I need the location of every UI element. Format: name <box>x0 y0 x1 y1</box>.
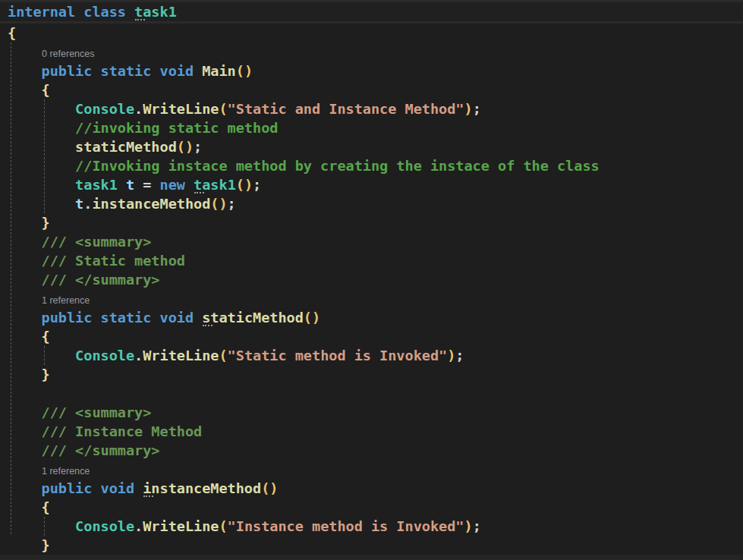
code-line[interactable]: } <box>0 213 743 232</box>
codelens-line[interactable]: 0 references <box>0 42 743 61</box>
code-token-text <box>8 329 42 344</box>
indent-guide-main-body <box>44 99 45 213</box>
codelens-line[interactable]: 1 reference <box>0 289 743 308</box>
code-line[interactable]: Console.WriteLine("Instance method is In… <box>0 517 743 536</box>
code-token-brace: { <box>42 499 50 515</box>
code-token-text <box>8 177 75 193</box>
code-line[interactable]: /// <summary> <box>0 232 743 251</box>
code-token-text <box>8 537 42 553</box>
code-token-brace: } <box>42 537 50 553</box>
code-token-method: staticMethod <box>75 139 177 155</box>
codelens-line[interactable]: 1 reference <box>0 460 743 479</box>
code-line[interactable]: //Invoking instace method by creating th… <box>0 156 743 175</box>
code-token-text <box>118 177 126 193</box>
code-token-doc-comment: /// <summary> <box>42 404 152 420</box>
code-line[interactable]: Console.WriteLine("Static method is Invo… <box>0 346 743 365</box>
codelens-references[interactable]: 0 references <box>42 49 94 59</box>
code-token-type: Console <box>75 518 134 534</box>
code-line[interactable]: /// </summary> <box>0 441 743 460</box>
code-token-keyword: public static void <box>42 63 203 79</box>
code-token-paren: ( <box>219 101 227 117</box>
code-token-brace: } <box>42 215 50 231</box>
code-token-text <box>8 367 42 382</box>
code-line[interactable]: } <box>0 536 743 555</box>
code-token-text <box>8 158 75 174</box>
code-token-paren: ) <box>464 518 472 534</box>
code-token-text <box>8 215 42 231</box>
code-token-text <box>8 404 42 420</box>
code-line[interactable]: t.instanceMethod(); <box>0 194 743 213</box>
code-token-text <box>8 101 75 117</box>
code-token-text <box>8 82 42 98</box>
code-line[interactable]: Console.WriteLine("Static and Instance M… <box>0 99 743 118</box>
code-token-punctuation: = <box>134 177 159 193</box>
code-line[interactable]: { <box>0 24 743 42</box>
code-token-doc-comment: /// </summary> <box>42 442 160 458</box>
code-token-method: WriteLine <box>143 518 219 534</box>
code-line[interactable]: public void instanceMethod() <box>0 479 743 498</box>
codelens-references[interactable]: 1 reference <box>42 295 90 306</box>
code-token-variable: t <box>126 177 134 193</box>
code-line[interactable]: { <box>0 498 743 517</box>
code-token-doc-comment: /// Instance Method <box>42 423 203 439</box>
code-token-doc-comment: /// </summary> <box>42 272 160 288</box>
code-line[interactable]: staticMethod(); <box>0 137 743 156</box>
code-token-paren: () <box>261 480 278 496</box>
code-token-keyword: internal class <box>8 4 134 20</box>
code-token-text <box>8 63 42 79</box>
code-token-method: WriteLine <box>143 101 219 117</box>
code-token-string: "Static method is Invoked" <box>228 348 448 363</box>
code-token-punctuation: . <box>134 518 143 534</box>
code-token-variable: t <box>75 196 83 212</box>
codelens-references[interactable]: 1 reference <box>42 466 90 477</box>
code-token-punctuation: ; <box>194 139 202 155</box>
code-token-string: "Instance method is Invoked" <box>228 518 464 534</box>
code-token-comment: //invoking static method <box>75 120 278 136</box>
sticky-scroll-line[interactable]: internal class task1 <box>0 2 743 24</box>
code-token-punctuation: ; <box>253 177 261 193</box>
code-token-paren: ) <box>447 348 455 363</box>
code-line[interactable]: /// Static method <box>0 251 743 270</box>
code-line[interactable]: { <box>0 80 743 99</box>
code-token-comment: //Invoking instace method by creating th… <box>75 158 600 174</box>
code-line[interactable]: task1 t = new task1(); <box>0 175 743 194</box>
code-token-paren: ( <box>219 518 227 534</box>
code-token-punctuation: . <box>83 196 92 212</box>
code-line[interactable]: public static void Main() <box>0 61 743 80</box>
code-token-text <box>8 196 75 212</box>
editor-bottom-edge <box>0 555 743 560</box>
code-token-brace: { <box>8 25 16 41</box>
code-token-keyword: new <box>160 177 185 193</box>
code-token-text <box>8 253 42 269</box>
code-token-keyword: public void <box>42 480 143 496</box>
blank-line[interactable] <box>0 384 743 403</box>
code-token-type: Console <box>75 348 134 363</box>
code-line[interactable]: public static void staticMethod() <box>0 308 743 327</box>
editor-content[interactable]: {0 references public static void Main() … <box>0 24 743 555</box>
indent-guide-staticmethod-body <box>44 346 45 365</box>
code-token-punctuation: ; <box>473 101 481 117</box>
code-token-text <box>8 423 42 439</box>
code-token-text <box>8 442 42 458</box>
code-editor[interactable]: internal class task1 {0 references publi… <box>0 0 743 560</box>
code-line[interactable]: //invoking static method <box>0 118 743 137</box>
code-token-punctuation: ; <box>455 348 464 363</box>
code-token-punctuation: . <box>134 101 143 117</box>
code-token-text <box>8 348 75 363</box>
code-token-text <box>8 518 75 534</box>
code-token-text <box>8 139 75 155</box>
code-token-punctuation: ; <box>473 518 481 534</box>
code-line[interactable]: /// </summary> <box>0 270 743 289</box>
code-token-text <box>185 177 194 193</box>
code-line[interactable]: } <box>0 365 743 384</box>
editor-lines: {0 references public static void Main() … <box>0 24 743 555</box>
indent-guide-instancemethod-body <box>44 517 45 536</box>
code-token-punctuation: ; <box>228 196 236 212</box>
code-line[interactable]: /// Instance Method <box>0 422 743 441</box>
code-line[interactable]: { <box>0 327 743 346</box>
code-token-text <box>8 120 75 136</box>
code-token-brace: { <box>42 329 50 344</box>
code-token-doc-comment: /// Static method <box>42 253 185 269</box>
code-token-method: WriteLine <box>143 348 219 363</box>
code-line[interactable]: /// <summary> <box>0 403 743 422</box>
